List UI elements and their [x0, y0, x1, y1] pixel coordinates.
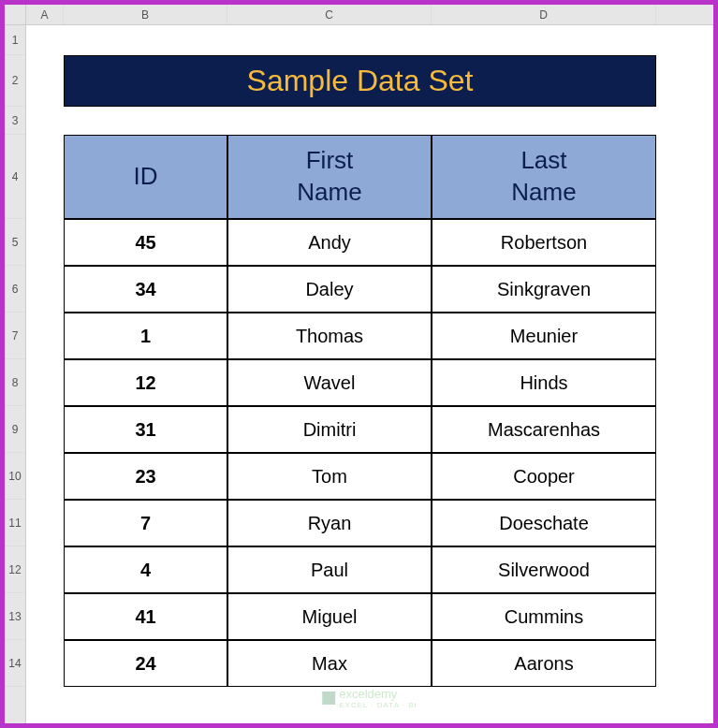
cell-last[interactable]: Robertson	[432, 219, 656, 266]
row-header-7[interactable]: 7	[5, 313, 25, 359]
row-headers: 1 2 3 4 5 6 7 8 9 10 11 12 13 14	[5, 5, 26, 723]
table-row: 12 Wavel Hinds	[64, 359, 656, 406]
cell-last[interactable]: Mascarenhas	[432, 406, 656, 453]
col-header-c[interactable]: C	[227, 5, 432, 24]
cell-id[interactable]: 23	[64, 453, 227, 500]
row-header-10[interactable]: 10	[5, 453, 25, 500]
cell-last[interactable]: Cooper	[432, 453, 656, 500]
table-row: 1 Thomas Meunier	[64, 313, 656, 359]
cell-id[interactable]: 7	[64, 500, 227, 546]
row-header-1[interactable]: 1	[5, 25, 25, 55]
row-header-14[interactable]: 14	[5, 640, 25, 687]
table-row: 41 Miguel Cummins	[64, 593, 656, 640]
table-row: 24 Max Aarons	[64, 640, 656, 687]
row-header-3[interactable]: 3	[5, 107, 25, 135]
row-header-13[interactable]: 13	[5, 593, 25, 640]
row-header-12[interactable]: 12	[5, 546, 25, 593]
watermark: exceldemy EXCEL · DATA · BI	[322, 687, 418, 709]
cell-id[interactable]: 24	[64, 640, 227, 687]
column-headers: A B C D	[26, 5, 713, 25]
cell-first[interactable]: Andy	[227, 219, 432, 266]
cell-first[interactable]: Dimitri	[227, 406, 432, 453]
table-row: 4 Paul Silverwood	[64, 546, 656, 593]
table-row: 34 Daley Sinkgraven	[64, 266, 656, 313]
row-header-4[interactable]: 4	[5, 135, 25, 219]
row-header-5[interactable]: 5	[5, 219, 25, 266]
cell-last[interactable]: Cummins	[432, 593, 656, 640]
select-all-corner[interactable]	[5, 5, 25, 25]
table-row: 31 Dimitri Mascarenhas	[64, 406, 656, 453]
watermark-brand: exceldemy	[339, 687, 418, 701]
cell-id[interactable]: 41	[64, 593, 227, 640]
cell-first[interactable]: Ryan	[227, 500, 432, 546]
cell-first[interactable]: Thomas	[227, 313, 432, 359]
row-header-11[interactable]: 11	[5, 500, 25, 546]
cell-first[interactable]: Max	[227, 640, 432, 687]
cell-last[interactable]: Hinds	[432, 359, 656, 406]
cell-last[interactable]: Silverwood	[432, 546, 656, 593]
table-header-row: ID First Name Last Name	[64, 135, 656, 219]
col-header-a[interactable]: A	[26, 5, 64, 24]
header-last-name[interactable]: Last Name	[432, 135, 656, 219]
col-header-b[interactable]: B	[64, 5, 227, 24]
table-row: 7 Ryan Doeschate	[64, 500, 656, 546]
watermark-tagline: EXCEL · DATA · BI	[339, 701, 418, 709]
cell-id[interactable]: 34	[64, 266, 227, 313]
row-header-6[interactable]: 6	[5, 266, 25, 313]
row-header-2[interactable]: 2	[5, 55, 25, 107]
cells-area[interactable]: Sample Data Set ID First Name Last Name …	[26, 25, 713, 723]
cell-id[interactable]: 45	[64, 219, 227, 266]
cell-last[interactable]: Sinkgraven	[432, 266, 656, 313]
spreadsheet: 1 2 3 4 5 6 7 8 9 10 11 12 13 14 A B C D…	[5, 5, 713, 723]
header-id[interactable]: ID	[64, 135, 227, 219]
cell-id[interactable]: 1	[64, 313, 227, 359]
table-row: 23 Tom Cooper	[64, 453, 656, 500]
table-row: 45 Andy Robertson	[64, 219, 656, 266]
row-header-8[interactable]: 8	[5, 359, 25, 406]
cell-last[interactable]: Meunier	[432, 313, 656, 359]
cell-id[interactable]: 4	[64, 546, 227, 593]
title-cell[interactable]: Sample Data Set	[64, 55, 656, 107]
cell-first[interactable]: Daley	[227, 266, 432, 313]
cell-first[interactable]: Miguel	[227, 593, 432, 640]
excel-icon	[322, 692, 335, 705]
row-header-9[interactable]: 9	[5, 406, 25, 453]
col-header-d[interactable]: D	[432, 5, 656, 24]
cell-id[interactable]: 12	[64, 359, 227, 406]
header-first-name[interactable]: First Name	[227, 135, 432, 219]
data-table: ID First Name Last Name 45 Andy Robertso…	[64, 135, 656, 687]
cell-id[interactable]: 31	[64, 406, 227, 453]
cell-last[interactable]: Doeschate	[432, 500, 656, 546]
grid-area: A B C D Sample Data Set ID First Name La…	[26, 5, 713, 723]
cell-last[interactable]: Aarons	[432, 640, 656, 687]
cell-first[interactable]: Paul	[227, 546, 432, 593]
cell-first[interactable]: Wavel	[227, 359, 432, 406]
cell-first[interactable]: Tom	[227, 453, 432, 500]
